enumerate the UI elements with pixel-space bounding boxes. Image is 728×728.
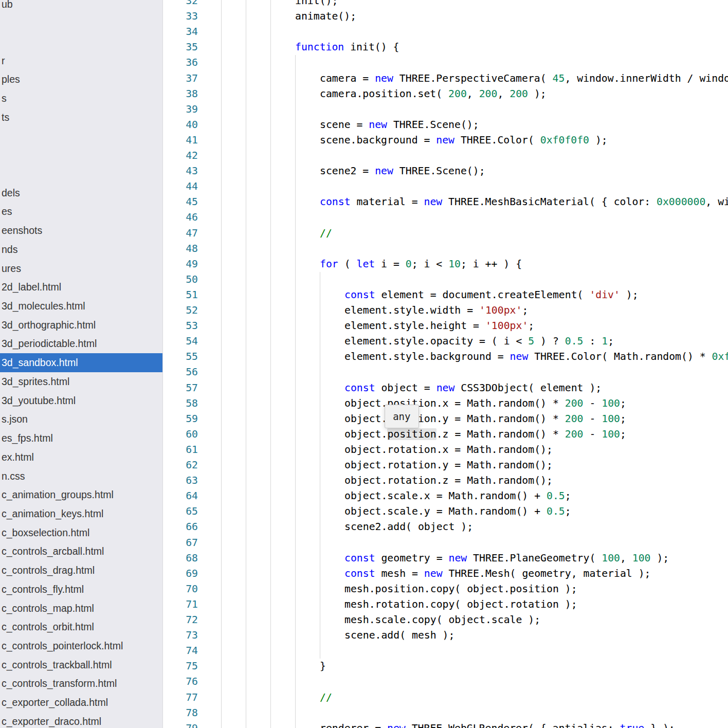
- code-line[interactable]: [163, 241, 728, 257]
- sidebar-item[interactable]: 3d_sprites.html: [0, 372, 162, 391]
- sidebar-item[interactable]: es: [0, 203, 162, 222]
- code-token: scene2 =: [320, 165, 375, 177]
- sidebar-item[interactable]: c_exporter_draco.html: [0, 712, 162, 728]
- code-line[interactable]: [163, 643, 728, 659]
- code-token: object.: [344, 428, 387, 440]
- sidebar-item[interactable]: c_controls_drag.html: [0, 561, 162, 580]
- code-line[interactable]: [163, 272, 728, 287]
- code-line[interactable]: object.position.y = Math.random() * 200 …: [163, 411, 728, 427]
- code-line[interactable]: for ( let i = 0; i < 10; i ++ ) {: [163, 257, 728, 272]
- code-line[interactable]: mesh.scale.copy( object.scale );: [163, 612, 728, 628]
- code-line[interactable]: element.style.height = '100px';: [163, 318, 728, 334]
- sidebar-item[interactable]: nds: [0, 240, 162, 259]
- sidebar-item[interactable]: n.css: [0, 467, 162, 486]
- code-line[interactable]: object.position.z = Math.random() * 200 …: [163, 427, 728, 442]
- sidebar-item[interactable]: c_controls_trackball.html: [0, 656, 162, 675]
- code-line[interactable]: object.rotation.x = Math.random();: [163, 442, 728, 458]
- code-line[interactable]: const object = new CSS3DObject( element …: [163, 380, 728, 396]
- code-line[interactable]: element.style.background = new THREE.Col…: [163, 349, 728, 365]
- code-line[interactable]: [163, 24, 728, 40]
- sidebar-item[interactable]: c_boxselection.html: [0, 523, 162, 542]
- code-line[interactable]: const mesh = new THREE.Mesh( geometry, m…: [163, 566, 728, 581]
- sidebar-item[interactable]: c_controls_orbit.html: [0, 617, 162, 636]
- code-token: mesh.scale.copy( object.scale );: [344, 614, 540, 626]
- code-line[interactable]: object.position.x = Math.random() * 200 …: [163, 396, 728, 411]
- code-line[interactable]: camera = new THREE.PerspectiveCamera( 45…: [163, 71, 728, 86]
- code-line[interactable]: scene2 = new THREE.Scene();: [163, 163, 728, 179]
- sidebar-item[interactable]: c_controls_arcball.html: [0, 542, 162, 561]
- code-line[interactable]: [163, 179, 728, 194]
- sidebar-item[interactable]: eenshots: [0, 221, 162, 240]
- sidebar-item[interactable]: ures: [0, 259, 162, 278]
- code-line[interactable]: scene = new THREE.Scene();: [163, 117, 728, 133]
- code-token: new: [375, 165, 393, 177]
- code-line[interactable]: [163, 705, 728, 721]
- sidebar-item[interactable]: ts: [0, 108, 162, 127]
- code-line[interactable]: element.style.width = '100px';: [163, 303, 728, 318]
- code-line[interactable]: animate();: [163, 9, 728, 24]
- code-line[interactable]: //: [163, 226, 728, 241]
- sidebar-item[interactable]: c_animation_groups.html: [0, 485, 162, 504]
- code-line[interactable]: function init() {: [163, 40, 728, 55]
- sidebar-item[interactable]: ub: [0, 0, 162, 13]
- sidebar-item[interactable]: 2d_label.html: [0, 278, 162, 297]
- code-line[interactable]: const geometry = new THREE.PlaneGeometry…: [163, 551, 728, 566]
- code-line[interactable]: scene.background = new THREE.Color( 0xf0…: [163, 133, 728, 148]
- code-line[interactable]: object.rotation.z = Math.random();: [163, 473, 728, 488]
- sidebar-item[interactable]: ples: [0, 70, 162, 89]
- code-line[interactable]: [163, 55, 728, 70]
- code-line[interactable]: object.rotation.y = Math.random();: [163, 458, 728, 473]
- sidebar-item[interactable]: s.json: [0, 410, 162, 429]
- sidebar-item[interactable]: c_controls_transform.html: [0, 675, 162, 694]
- code-line[interactable]: [163, 148, 728, 163]
- file-explorer-sidebar: ubrplesstsdelseseenshotsndsures2d_label.…: [0, 0, 163, 728]
- sidebar-item[interactable]: es_fps.html: [0, 429, 162, 448]
- code-token: const: [344, 552, 375, 564]
- code-line[interactable]: object.scale.y = Math.random() + 0.5;: [163, 504, 728, 519]
- code-line[interactable]: [163, 365, 728, 380]
- code-token: new: [387, 722, 406, 728]
- code-line[interactable]: const material = new THREE.MeshBasicMate…: [163, 194, 728, 210]
- code-line[interactable]: mesh.position.copy( object.position );: [163, 581, 728, 597]
- sidebar-item[interactable]: 3d_youtube.html: [0, 391, 162, 410]
- sidebar-item[interactable]: c_exporter_collada.html: [0, 693, 162, 712]
- code-line[interactable]: object.scale.x = Math.random() + 0.5;: [163, 488, 728, 504]
- code-token: 200: [565, 428, 584, 440]
- code-token: object =: [375, 382, 436, 394]
- sidebar-item[interactable]: 3d_orthographic.html: [0, 316, 162, 335]
- code-token: :: [583, 335, 602, 347]
- code-token: ;: [620, 428, 626, 440]
- code-token: object.rotation.x = Math.random();: [344, 444, 553, 456]
- sidebar-item[interactable]: 3d_sandbox.html: [0, 353, 162, 372]
- code-line[interactable]: const element = document.createElement( …: [163, 287, 728, 303]
- code-line[interactable]: [163, 210, 728, 225]
- sidebar-item[interactable]: c_controls_map.html: [0, 599, 162, 618]
- code-token: } );: [644, 722, 675, 728]
- sidebar-item[interactable]: s: [0, 89, 162, 108]
- code-line[interactable]: }: [163, 659, 728, 674]
- code-line[interactable]: element.style.opacity = ( i < 5 ) ? 0.5 …: [163, 334, 728, 349]
- code-line[interactable]: scene2.add( object );: [163, 519, 728, 535]
- code-line[interactable]: [163, 102, 728, 117]
- code-line[interactable]: scene.add( mesh );: [163, 628, 728, 643]
- code-line[interactable]: //: [163, 690, 728, 705]
- code-token: ; i ++ ) {: [461, 258, 522, 270]
- code-token: 200: [448, 88, 467, 100]
- code-token: object.scale.y = Math.random() +: [344, 505, 547, 517]
- sidebar-item[interactable]: c_controls_pointerlock.html: [0, 636, 162, 656]
- code-token: THREE.Color(: [454, 134, 540, 146]
- sidebar-item[interactable]: ex.html: [0, 448, 162, 467]
- sidebar-item[interactable]: c_animation_keys.html: [0, 504, 162, 523]
- code-line[interactable]: camera.position.set( 200, 200, 200 );: [163, 86, 728, 102]
- code-line[interactable]: [163, 674, 728, 689]
- code-token: 45: [553, 72, 565, 84]
- sidebar-item[interactable]: dels: [0, 184, 162, 203]
- code-line[interactable]: init();: [163, 0, 728, 9]
- sidebar-item[interactable]: 3d_periodictable.html: [0, 335, 162, 354]
- code-line[interactable]: renderer = new THREE.WebGLRenderer( { an…: [163, 721, 728, 728]
- sidebar-item[interactable]: r: [0, 51, 162, 70]
- code-line[interactable]: mesh.rotation.copy( object.rotation );: [163, 597, 728, 612]
- sidebar-item[interactable]: 3d_molecules.html: [0, 297, 162, 316]
- sidebar-item[interactable]: c_controls_fly.html: [0, 580, 162, 599]
- code-line[interactable]: [163, 535, 728, 551]
